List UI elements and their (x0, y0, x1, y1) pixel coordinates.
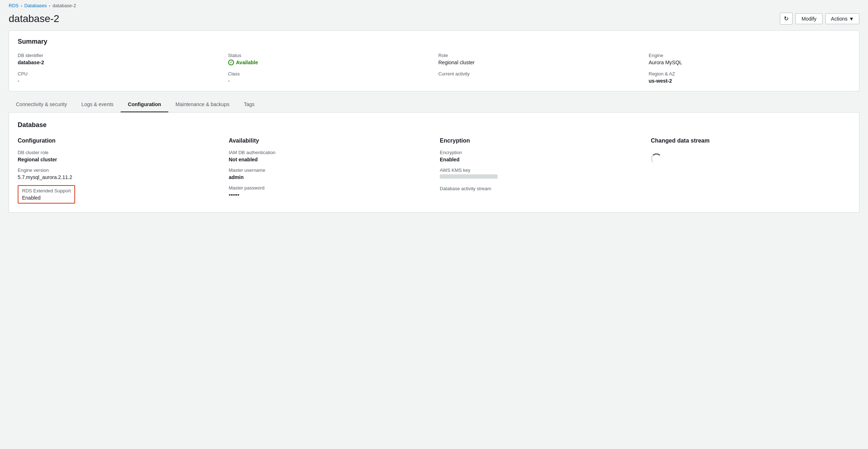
page-header: database-2 ↻ Modify Actions ▼ (0, 11, 868, 30)
cpu-label: CPU (18, 71, 220, 77)
breadcrumb-current: database-2 (53, 3, 76, 8)
current-activity-label: Current activity (438, 71, 640, 77)
actions-button[interactable]: Actions ▼ (825, 13, 859, 24)
summary-col-role: Role Regional cluster Current activity (438, 53, 640, 84)
summary-col-engine: Engine Aurora MySQL Region & AZ us-west-… (649, 53, 851, 84)
breadcrumb-rds[interactable]: RDS (9, 3, 18, 8)
class-label: Class (228, 71, 430, 77)
summary-col-db: DB identifier database-2 CPU - (18, 53, 220, 84)
summary-region: Region & AZ us-west-2 (649, 71, 851, 84)
kms-key-bar (440, 174, 498, 179)
configuration-col-title: Configuration (18, 138, 217, 144)
page-title: database-2 (9, 13, 59, 25)
tab-configuration[interactable]: Configuration (121, 97, 168, 112)
encryption-col-title: Encryption (440, 138, 639, 144)
db-cluster-role-label: DB cluster role (18, 150, 217, 155)
breadcrumb-sep-2: › (49, 3, 51, 8)
tabs-bar: Connectivity & security Logs & events Co… (9, 97, 859, 113)
engine-label: Engine (649, 53, 851, 58)
page-wrapper: RDS › Databases › database-2 database-2 … (0, 0, 868, 449)
content-grid: Configuration DB cluster role Regional c… (18, 138, 850, 204)
iam-auth-value: Not enabled (229, 157, 429, 162)
encryption-label: Encryption (440, 150, 639, 155)
changed-data-stream-title: Changed data stream (651, 138, 851, 144)
tab-logs[interactable]: Logs & events (74, 97, 121, 112)
master-username-value: admin (229, 174, 429, 180)
database-activity-stream-label: Database activity stream (440, 186, 639, 191)
configuration-column: Configuration DB cluster role Regional c… (18, 138, 217, 204)
loading-spinner (651, 153, 662, 164)
summary-col-status: Status Available Class - (228, 53, 430, 84)
extended-support-label: RDS Extended Support (22, 188, 71, 193)
breadcrumb: RDS › Databases › database-2 (0, 0, 868, 11)
region-az-label: Region & AZ (649, 71, 851, 77)
master-password-label: Master password (229, 185, 429, 191)
role-value: Regional cluster (438, 60, 640, 65)
class-value: - (228, 78, 430, 84)
region-az-value: us-west-2 (649, 78, 851, 84)
status-value: Available (228, 60, 430, 65)
aws-kms-key-label: AWS KMS key (440, 167, 639, 173)
master-password-value: •••••• (229, 192, 429, 198)
db-cluster-role-value: Regional cluster (18, 157, 217, 162)
extended-support-box: RDS Extended Support Enabled (18, 185, 75, 204)
db-identifier-value: database-2 (18, 60, 220, 65)
status-icon (228, 60, 234, 65)
status-label: Status (228, 53, 430, 58)
master-username-label: Master username (229, 167, 429, 173)
header-actions: ↻ Modify Actions ▼ (780, 13, 859, 25)
modify-button[interactable]: Modify (795, 13, 823, 24)
availability-column: Availability IAM DB authentication Not e… (229, 138, 429, 204)
role-label: Role (438, 53, 640, 58)
summary-title: Summary (18, 38, 850, 45)
summary-cpu: CPU - (18, 71, 220, 84)
breadcrumb-sep-1: › (21, 3, 22, 8)
summary-activity: Current activity (438, 71, 640, 77)
availability-col-title: Availability (229, 138, 429, 144)
iam-auth-label: IAM DB authentication (229, 150, 429, 155)
tab-connectivity[interactable]: Connectivity & security (9, 97, 74, 112)
tab-maintenance[interactable]: Maintenance & backups (168, 97, 236, 112)
extended-support-value: Enabled (22, 195, 71, 201)
main-content: Database Configuration DB cluster role R… (9, 113, 859, 213)
engine-version-value: 5.7.mysql_aurora.2.11.2 (18, 174, 217, 180)
cpu-value: - (18, 78, 220, 84)
breadcrumb-databases[interactable]: Databases (24, 3, 47, 8)
database-section-title: Database (18, 121, 850, 129)
summary-class: Class - (228, 71, 430, 84)
changed-data-stream-column: Changed data stream (651, 138, 851, 204)
tab-tags[interactable]: Tags (237, 97, 262, 112)
encryption-value: Enabled (440, 157, 639, 162)
refresh-button[interactable]: ↻ (780, 13, 793, 25)
summary-card: Summary DB identifier database-2 CPU - S… (9, 30, 859, 91)
engine-version-label: Engine version (18, 167, 217, 173)
summary-grid: DB identifier database-2 CPU - Status Av… (18, 53, 850, 84)
engine-value: Aurora MySQL (649, 60, 851, 65)
encryption-column: Encryption Encryption Enabled AWS KMS ke… (440, 138, 639, 204)
db-identifier-label: DB identifier (18, 53, 220, 58)
